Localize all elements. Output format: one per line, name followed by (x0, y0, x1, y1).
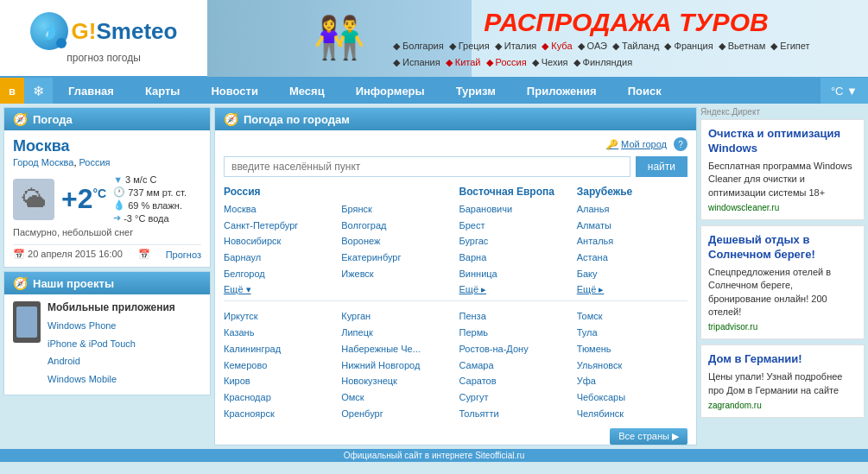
city-link[interactable]: Астана (577, 250, 687, 266)
city-link[interactable]: Ростов-на-Дону (459, 341, 570, 357)
banner-link[interactable]: ◆ Франция (664, 41, 713, 52)
banner-link[interactable]: ◆ Греция (449, 41, 490, 52)
ad-title-2[interactable]: Дом в Германии! (708, 352, 857, 367)
banner-link[interactable]: ◆ Чехия (532, 57, 568, 68)
app-link-android[interactable]: Android (48, 353, 175, 370)
city-link[interactable]: Брянск (341, 201, 452, 218)
city-link[interactable]: Винница (459, 266, 570, 282)
banner-link[interactable]: ◆ ОАЭ (578, 41, 607, 52)
app-link-iphone[interactable]: iPhone & iPod Touch (48, 336, 175, 352)
city-link[interactable]: Анталья (577, 233, 687, 250)
nav-temp-selector[interactable]: °C ▼ (820, 78, 868, 104)
apps-title: Мобильные приложения (48, 301, 175, 313)
city-link[interactable]: Новосибирск (224, 233, 334, 250)
city-link[interactable]: Омск (341, 389, 452, 406)
center-column: 🧭 Погода по городам 🔑 Мой город ? найти (214, 107, 697, 446)
banner-link[interactable]: ◆ Финляндия (573, 57, 633, 68)
banner-link[interactable]: ◆ Россия (486, 57, 527, 68)
city-link[interactable]: Москва (224, 201, 334, 218)
city-link[interactable]: Тольятти (459, 406, 570, 422)
banner-link[interactable]: ◆ Испания (393, 57, 440, 68)
banner-link[interactable]: ◆ Болгария (393, 41, 444, 52)
forecast-link[interactable]: Прогноз (166, 250, 201, 260)
city-link[interactable]: Ижевск (341, 266, 452, 282)
help-icon[interactable]: ? (674, 137, 687, 151)
nav-item-apps[interactable]: Приложения (511, 78, 612, 104)
city-link[interactable]: Красноярск (224, 406, 334, 422)
abroad-header: Зарубежье (577, 186, 687, 198)
city-country-link[interactable]: Россия (79, 157, 111, 167)
nav-item-month[interactable]: Месяц (274, 78, 340, 104)
city-link[interactable]: Курган (341, 308, 452, 325)
abroad-more-link[interactable]: Ещё ▸ (577, 284, 687, 295)
banner-link[interactable]: ◆ Вьетнам (719, 41, 766, 52)
city-link[interactable]: Киров (224, 373, 334, 389)
city-link[interactable]: Пермь (459, 325, 570, 341)
nav-item-news[interactable]: Новости (195, 78, 274, 104)
city-link[interactable]: Екатеринбург (341, 250, 452, 266)
nav-item-search[interactable]: Поиск (612, 78, 677, 104)
nav-item-tourism[interactable]: Туризм (440, 78, 511, 104)
city-link[interactable]: Санкт-Петербург (224, 218, 334, 234)
ad-title-1[interactable]: Дешевый отдых в Солнечном береге! (708, 233, 857, 262)
city-link[interactable]: Аланья (577, 201, 687, 218)
find-button[interactable]: найти (636, 156, 687, 177)
city-link[interactable]: Томск (577, 308, 687, 325)
my-city-link[interactable]: 🔑 Мой город (606, 139, 667, 150)
city-link[interactable]: Барнаул (224, 250, 334, 266)
russia-more-link[interactable]: Ещё ▾ (224, 284, 334, 295)
nav-snowflake-button[interactable]: ❄ (24, 78, 53, 104)
city-link[interactable]: Саратов (459, 373, 570, 389)
app-link-windows-mobile[interactable]: Windows Mobile (48, 371, 175, 388)
banner-sale-text: РАСПРОДАЖА ТУРОВ (393, 8, 859, 37)
city-link[interactable]: Сургут (459, 389, 570, 406)
banner-link[interactable]: ◆ Италия (495, 41, 537, 52)
city-link[interactable]: Челябинск (577, 406, 687, 422)
city-link[interactable]: Кемерово (224, 357, 334, 374)
city-link[interactable]: Ульяновск (577, 357, 687, 374)
city-link[interactable]: Барановичи (459, 201, 570, 218)
app-link-windows-phone[interactable]: Windows Phone (48, 318, 175, 334)
ad-block-0: Очистка и оптимизация Windows Бесплатная… (700, 119, 865, 220)
city-link[interactable]: Варна (459, 250, 570, 266)
banner-link[interactable]: ◆ Куба (542, 41, 572, 52)
city-region-link[interactable]: Город Москва (13, 157, 73, 167)
all-cities-button[interactable]: Все страны ▶ (610, 428, 687, 445)
city-link[interactable]: Тула (577, 325, 687, 341)
city-link[interactable]: Краснодар (224, 389, 334, 406)
ads-label: Яндекс.Директ (700, 107, 865, 117)
city-link[interactable]: Липецк (341, 325, 452, 341)
city-search-input[interactable] (224, 156, 630, 177)
city-link[interactable]: Бургас (459, 233, 570, 250)
east-more-link[interactable]: Ещё ▸ (459, 284, 570, 295)
banner-link[interactable]: ◆ Египет (770, 41, 809, 52)
ad-text-1: Спецпредложения отелей в Солнечном берег… (708, 266, 857, 319)
city-link[interactable]: Тюмень (577, 341, 687, 357)
city-link[interactable]: Баку (577, 266, 687, 282)
nav-beta-button[interactable]: в (0, 78, 24, 104)
nav-item-informers[interactable]: Информеры (340, 78, 440, 104)
banner-link[interactable]: ◆ Китай (446, 57, 481, 68)
city-link[interactable]: Новокузнецк (341, 373, 452, 389)
ad-title-0[interactable]: Очистка и оптимизация Windows (708, 127, 857, 156)
city-link[interactable]: Калининград (224, 341, 334, 357)
east-header: Восточная Европа (459, 186, 570, 198)
city-link[interactable]: Пенза (459, 308, 570, 325)
city-link[interactable]: Алматы (577, 218, 687, 234)
city-link[interactable]: Чебоксары (577, 389, 687, 406)
city-link[interactable]: Самара (459, 357, 570, 374)
city-link[interactable]: Уфа (577, 373, 687, 389)
city-link[interactable]: Белгород (224, 266, 334, 282)
city-link[interactable]: Воронеж (341, 233, 452, 250)
city-link[interactable]: Иркутск (224, 308, 334, 325)
banner-link[interactable]: ◆ Тайланд (612, 41, 660, 52)
city-link[interactable]: Брест (459, 218, 570, 234)
nav-item-maps[interactable]: Карты (130, 78, 196, 104)
city-link[interactable]: Нижний Новгород (341, 357, 452, 374)
city-link[interactable]: Казань (224, 325, 334, 341)
city-link[interactable]: Волгоград (341, 218, 452, 234)
city-link[interactable]: Набережные Че... (341, 341, 452, 357)
city-link[interactable]: Оренбург (341, 406, 452, 422)
temp-number: +2 (61, 183, 92, 214)
nav-item-home[interactable]: Главная (53, 78, 130, 104)
